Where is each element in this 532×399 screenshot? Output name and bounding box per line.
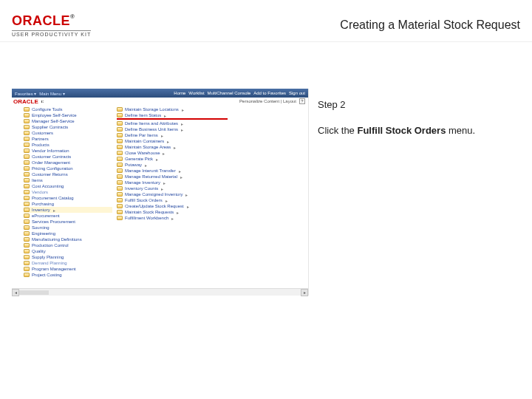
submenu-item[interactable]: Close Warehouse▸ — [117, 150, 228, 156]
menu-item[interactable]: Engineering — [24, 231, 112, 236]
scroll-right-button[interactable]: ▸ — [301, 289, 308, 296]
app-screenshot: Favorites ▾ Main Menu ▾ Home Worklist Mu… — [12, 89, 309, 296]
chevron-right-icon: ▸ — [163, 151, 165, 156]
menu-label: Define Business Unit Items — [125, 127, 178, 132]
submenu-item[interactable]: Create/Update Stock Request▸ — [117, 203, 228, 209]
submenu-item[interactable]: Define Business Unit Items▸ — [117, 126, 228, 132]
submenu-item[interactable]: Define Item Status▸ — [117, 112, 228, 118]
nav-mcc[interactable]: MultiChannel Console — [208, 91, 251, 95]
folder-icon — [24, 160, 30, 165]
menu-label: Services Procurement — [32, 219, 75, 224]
menu-item[interactable]: Services Procurement — [24, 219, 112, 225]
menu-item[interactable]: Customer Returns — [24, 171, 112, 177]
menu-item[interactable]: Employee Self-Service — [24, 112, 112, 118]
menu-item[interactable]: Vendor Information — [24, 148, 112, 154]
menu-item[interactable]: Procurement Catalog — [24, 195, 112, 201]
nav-add-fav[interactable]: Add to Favorites — [253, 91, 286, 95]
chevron-right-icon: ▸ — [181, 127, 183, 132]
brand-block: ORACLE® USER PRODUCTIVITY KIT — [12, 13, 91, 37]
instruction-strong: Fulfill Stock Orders — [357, 125, 446, 136]
menu-label: Create/Update Stock Request — [125, 204, 184, 208]
menu-item[interactable]: Pricing Configuration — [24, 166, 112, 171]
subbar-help[interactable]: ? — [299, 98, 305, 104]
submenu-item[interactable]: Manage Returned Material▸ — [117, 174, 228, 180]
folder-icon — [24, 267, 30, 271]
menu-label: Customer Contracts — [32, 154, 71, 159]
scroll-thumb[interactable] — [19, 290, 49, 295]
menu-label: Maintain Stock Requests — [125, 210, 174, 214]
folder-icon — [117, 163, 123, 167]
submenu-item[interactable]: Define Par Items▸ — [117, 132, 228, 138]
menu-item[interactable]: Order Management — [24, 160, 112, 166]
folder-icon — [24, 113, 30, 117]
menu-item[interactable]: Vendors — [24, 189, 112, 195]
submenu-item[interactable]: Define Items and Attributes▸ — [117, 120, 228, 126]
menu-columns: Configure Tools Employee Self-Service Ma… — [12, 105, 308, 279]
submenu-item[interactable]: Manage Interunit Transfer▸ — [117, 168, 228, 174]
menu-item[interactable]: Cost Accounting — [24, 183, 112, 189]
submenu-item-fulfill-stock-orders[interactable]: Fulfill Stock Orders▸ — [117, 197, 228, 203]
submenu-item[interactable]: Maintain Stock Requests▸ — [117, 209, 228, 215]
menu-item[interactable]: Products — [24, 142, 112, 148]
submenu-item[interactable]: Generate Pick▸ — [117, 156, 228, 162]
menu-item[interactable]: eProcurement — [24, 213, 112, 219]
menu-label: Demand Planning — [32, 261, 67, 265]
nav-home[interactable]: Home — [174, 91, 185, 95]
nav-favorites[interactable]: Favorites ▾ — [15, 91, 36, 96]
menu-label: Partners — [32, 137, 49, 141]
menu-label: Fulfillment Workbench — [125, 216, 168, 220]
nav-signout[interactable]: Sign out — [289, 91, 305, 95]
submenu-item[interactable]: Manage Inventory▸ — [117, 180, 228, 185]
menu-item[interactable]: Supplier Contracts — [24, 124, 112, 130]
menu-item[interactable]: Customers — [24, 130, 112, 136]
menu-item[interactable]: Partners — [24, 136, 112, 142]
nav-worklist[interactable]: Worklist — [188, 91, 204, 95]
submenu-item[interactable]: Manage Consigned Inventory▸ — [117, 191, 228, 197]
folder-icon — [117, 198, 123, 202]
folder-icon — [24, 208, 30, 212]
menu-item[interactable]: Project Costing — [24, 272, 112, 278]
submenu-item[interactable]: Fulfillment Workbench▸ — [117, 215, 228, 221]
folder-icon — [117, 113, 123, 117]
submenu-item[interactable]: Maintain Storage Areas▸ — [117, 144, 228, 150]
menu-item[interactable]: Configure Tools — [24, 106, 112, 112]
menu-item[interactable]: Demand Planning — [24, 260, 112, 266]
subbar-personalize[interactable]: Personalize Content | Layout — [239, 99, 296, 103]
folder-icon — [24, 149, 30, 153]
menu-item[interactable]: Purchasing — [24, 201, 112, 207]
app-subbar: Search Menu: Personalize Content | Layou… — [12, 98, 308, 105]
menu-col-right: Maintain Storage Locations▸ Define Item … — [117, 106, 228, 221]
menu-item[interactable]: Program Management — [24, 266, 112, 272]
folder-icon — [24, 190, 30, 194]
nav-main-menu[interactable]: Main Menu ▾ — [39, 91, 64, 96]
submenu-item[interactable]: Putaway▸ — [117, 162, 228, 168]
menu-label: Sourcing — [32, 225, 50, 230]
folder-icon — [117, 139, 123, 143]
submenu-item[interactable]: Inventory Counts▸ — [117, 185, 228, 191]
menu-item[interactable]: Manufacturing Definitions — [24, 236, 112, 242]
menu-item-inventory[interactable]: Inventory▸ — [24, 207, 112, 213]
menu-label: Purchasing — [32, 202, 54, 206]
folder-icon — [24, 237, 30, 242]
menu-item[interactable]: Production Control — [24, 242, 112, 248]
submenu-item[interactable]: Maintain Containers▸ — [117, 138, 228, 144]
menu-item[interactable]: Manager Self-Service — [24, 118, 112, 124]
scroll-left-button[interactable]: ◂ — [12, 289, 19, 296]
menu-item[interactable]: Sourcing — [24, 225, 112, 231]
menu-item[interactable]: Items — [24, 177, 112, 183]
instruction-body: Click the Fulfill Stock Orders menu. — [318, 125, 514, 137]
menu-label: Generate Pick — [125, 157, 153, 161]
folder-icon — [24, 219, 30, 224]
folder-icon — [117, 192, 123, 197]
submenu-item[interactable]: Maintain Storage Locations▸ — [117, 106, 228, 112]
menu-item[interactable]: Customer Contracts — [24, 154, 112, 160]
menu-label: Supply Planning — [32, 255, 64, 259]
folder-icon — [117, 168, 123, 173]
menu-label: Inventory Counts — [125, 186, 158, 191]
folder-icon — [24, 243, 30, 248]
menu-item[interactable]: Quality — [24, 248, 112, 254]
brand-subline: USER PRODUCTIVITY KIT — [12, 30, 91, 37]
horizontal-scrollbar[interactable]: ◂ ▸ — [12, 288, 308, 296]
chevron-right-icon: ▸ — [177, 210, 179, 215]
menu-item[interactable]: Supply Planning — [24, 254, 112, 260]
